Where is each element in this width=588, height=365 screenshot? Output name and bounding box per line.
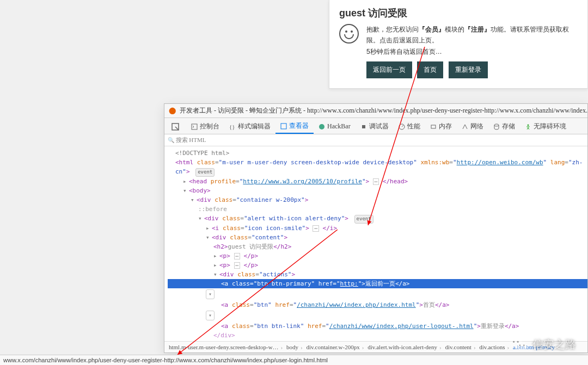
action-buttons: 返回前一页 首页 重新登录 xyxy=(366,61,578,78)
devtools-tabs: 控制台 {} 样式编辑器 查看器 HackBar 调试器 性能 内存 网络 xyxy=(164,118,587,134)
svg-point-13 xyxy=(516,341,528,350)
network-icon xyxy=(462,123,468,130)
tab-picker[interactable] xyxy=(167,121,186,133)
debugger-icon xyxy=(360,123,367,130)
braces-icon: {} xyxy=(229,123,236,130)
memory-icon xyxy=(430,123,437,130)
back-button[interactable]: 返回前一页 xyxy=(366,61,412,78)
status-url: www.x.com/chanzhi/www/index.php/user-den… xyxy=(3,357,328,363)
html-search[interactable]: 搜索 HTML xyxy=(164,134,587,146)
wechat-icon xyxy=(510,337,528,352)
svg-point-8 xyxy=(494,124,499,126)
tab-memory[interactable]: 内存 xyxy=(425,120,457,133)
selected-node[interactable]: <a class="btn btn-primary" href="http:">… xyxy=(168,279,587,288)
dom-tree[interactable]: <!DOCTYPE html> <html class="m-user m-us… xyxy=(164,146,587,341)
perf-icon xyxy=(399,123,405,130)
devtools-titlebar: ⬤ 开发者工具 - 访问受限 - 蝉知企业门户系统 - http://www.x… xyxy=(164,104,587,118)
home-button[interactable]: 首页 xyxy=(417,61,443,78)
tab-hackbar[interactable]: HackBar xyxy=(314,120,356,133)
panel-title: guest 访问受限 xyxy=(339,7,578,20)
tab-performance[interactable]: 性能 xyxy=(394,120,425,133)
status-bar: www.x.com/chanzhi/www/index.php/user-den… xyxy=(0,355,588,365)
svg-rect-5 xyxy=(362,125,365,128)
smile-icon xyxy=(339,24,359,44)
svg-text:{}: {} xyxy=(229,123,235,130)
svg-rect-3 xyxy=(281,123,286,129)
expand-bubble[interactable]: ▾ xyxy=(206,289,215,299)
svg-point-16 xyxy=(519,344,520,346)
devtools-window: ⬤ 开发者工具 - 访问受限 - 蝉知企业门户系统 - http://www.x… xyxy=(164,103,588,353)
firefox-icon: ⬤ xyxy=(169,107,176,114)
tab-debugger[interactable]: 调试器 xyxy=(356,120,394,133)
svg-rect-1 xyxy=(192,124,197,129)
tab-inspector[interactable]: 查看器 xyxy=(275,119,314,134)
picker-icon xyxy=(171,123,179,131)
a11y-icon xyxy=(525,123,531,130)
countdown-message: 5秒钟后将自动返回首页… xyxy=(366,46,578,57)
tab-console[interactable]: 控制台 xyxy=(186,120,224,133)
svg-point-17 xyxy=(523,344,525,346)
expand-bubble[interactable]: ▾ xyxy=(206,311,215,320)
inspector-icon xyxy=(280,123,287,129)
console-icon xyxy=(191,123,198,130)
tab-accessibility[interactable]: 无障碍环境 xyxy=(520,120,571,133)
svg-rect-7 xyxy=(431,125,436,128)
svg-point-15 xyxy=(517,341,519,343)
wechat-watermark: 信安之路 xyxy=(510,337,576,352)
svg-point-9 xyxy=(527,124,529,126)
tab-network[interactable]: 网络 xyxy=(457,120,488,133)
hackbar-icon xyxy=(318,123,325,130)
access-denied-panel: guest 访问受限 抱歉，您无权访问『会员』模块的『注册』功能。请联系管理员获… xyxy=(329,0,588,89)
tab-style[interactable]: {} 样式编辑器 xyxy=(224,120,275,133)
deny-message: 抱歉，您无权访问『会员』模块的『注册』功能。请联系管理员获取权限。点击后退返回上… xyxy=(366,24,578,46)
svg-point-14 xyxy=(513,341,514,343)
tab-storage[interactable]: 存储 xyxy=(488,120,520,133)
svg-point-4 xyxy=(319,124,324,129)
relogin-button[interactable]: 重新登录 xyxy=(449,61,488,78)
storage-icon xyxy=(493,123,500,130)
